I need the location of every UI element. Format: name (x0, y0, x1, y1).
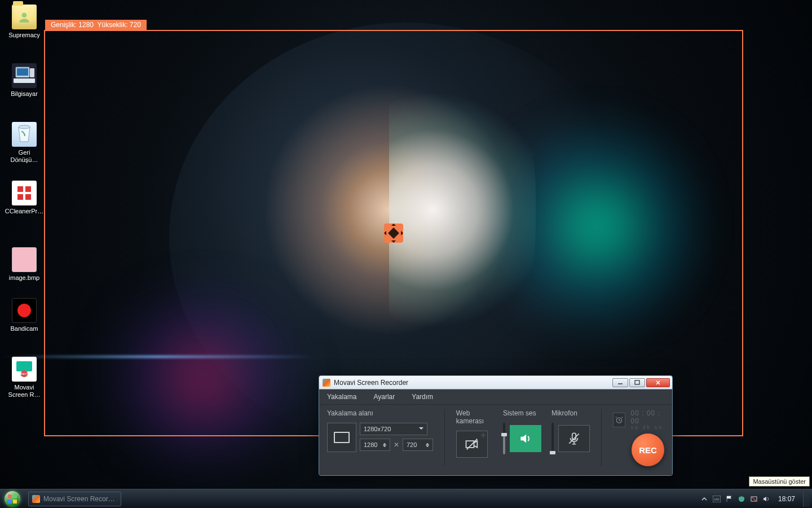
menu-settings[interactable]: Ayarlar (373, 393, 395, 401)
microphone-off-icon (567, 431, 581, 446)
minimize-button[interactable] (612, 378, 628, 387)
tray-blocked-icon[interactable] (750, 495, 758, 503)
window-body: Yakalama alanı 1280x720 1280 (319, 405, 672, 475)
windows-orb-icon (5, 491, 20, 507)
tray-show-hidden-icon[interactable] (700, 495, 708, 503)
capture-area-section: Yakalama alanı 1280x720 1280 (327, 409, 433, 452)
menu-help[interactable]: Yardım (412, 393, 433, 401)
svg-rect-4 (30, 68, 34, 77)
svg-point-5 (19, 125, 30, 129)
svg-rect-2 (17, 68, 28, 76)
microphone-slider[interactable] (551, 423, 554, 454)
system-sound-slider[interactable] (503, 423, 505, 454)
titlebar[interactable]: Movavi Screen Recorder (319, 376, 672, 389)
recycle-bin-icon (12, 122, 37, 147)
capture-area-header: Yakalama alanı (327, 409, 433, 417)
taskbar: Movavi Screen Recor… vm 18:07 (0, 489, 812, 508)
screen-icon (334, 432, 350, 443)
folder-icon (12, 5, 37, 29)
schedule-button[interactable] (613, 413, 625, 427)
system-sound-toggle-button[interactable] (510, 425, 541, 452)
desktop-icon-bandicam[interactable]: Bandicam (3, 298, 45, 350)
speaker-icon (518, 431, 533, 446)
webcam-header: Web kamerası (456, 409, 493, 425)
start-button[interactable] (0, 489, 25, 509)
system-sound-section: Sistem ses (503, 409, 541, 454)
movavi-icon: REC (12, 357, 37, 382)
width-input[interactable]: 1280 (360, 439, 390, 451)
chevron-down-icon (419, 427, 423, 432)
tray-vm-icon[interactable]: vm (713, 495, 721, 503)
tray-volume-icon[interactable] (762, 495, 770, 503)
menu-capture[interactable]: Yakalama (327, 393, 356, 401)
webcam-off-icon (464, 436, 480, 452)
close-button[interactable] (646, 378, 670, 387)
webcam-section: Web kamerası (456, 409, 493, 458)
select-area-button[interactable] (327, 423, 356, 452)
gear-icon[interactable] (480, 432, 487, 439)
desktop: Supremacy Bilgisayar Geri Dönüşü… CClean… (0, 0, 812, 508)
system-tray: vm 18:07 (696, 495, 803, 503)
microphone-header: Mikrofon (551, 409, 590, 417)
spinner-icon (383, 441, 386, 449)
tray-flag-icon[interactable] (725, 495, 733, 503)
svg-rect-3 (14, 78, 35, 83)
webcam-toggle-button[interactable] (456, 431, 488, 458)
capture-dimensions-label: Genişlik: 1280 Yükseklik: 720 (45, 20, 147, 30)
desktop-icon-image-bmp[interactable]: image.bmp (3, 239, 45, 291)
svg-text:vm: vm (714, 497, 720, 501)
record-section: 00 : 00 : 00 sa dk sn REC (613, 409, 664, 466)
desktop-icon-supremacy[interactable]: Supremacy (3, 5, 45, 56)
computer-icon (12, 63, 37, 88)
app-icon (32, 495, 40, 503)
maximize-button[interactable] (629, 378, 645, 387)
svg-text:REC: REC (21, 373, 28, 376)
bmp-file-icon (12, 247, 37, 272)
ccleaner-icon (12, 181, 37, 205)
desktop-icon-ccleaner[interactable]: CCleanerPr… (3, 181, 45, 233)
separator (444, 409, 445, 466)
app-icon (323, 379, 330, 387)
system-sound-header: Sistem ses (503, 409, 541, 417)
separator (601, 409, 602, 466)
svg-rect-11 (635, 380, 639, 384)
show-desktop-tooltip: Masaüstünü göster (749, 476, 810, 487)
movavi-window: Movavi Screen Recorder Yakalama Ayarlar … (319, 375, 673, 476)
bandicam-icon (12, 298, 37, 323)
height-input[interactable]: 720 (403, 439, 433, 451)
alarm-clock-icon (615, 415, 624, 424)
window-title: Movavi Screen Recorder (334, 379, 611, 387)
show-desktop-button[interactable] (803, 491, 810, 507)
resolution-preset-dropdown[interactable]: 1280x720 (360, 423, 427, 435)
menubar: Yakalama Ayarlar Yardım (319, 389, 672, 405)
multiply-icon: ✕ (394, 441, 399, 449)
desktop-icon-movavi[interactable]: REC Movavi Screen R… (3, 357, 45, 409)
desktop-icon-recycle-bin[interactable]: Geri Dönüşü… (3, 122, 45, 174)
record-button[interactable]: REC (632, 433, 664, 466)
tray-shield-icon[interactable] (738, 495, 745, 503)
svg-point-0 (22, 12, 27, 17)
svg-point-12 (482, 435, 484, 436)
microphone-toggle-button[interactable] (558, 425, 590, 452)
microphone-section: Mikrofon (551, 409, 590, 454)
spinner-icon (426, 441, 429, 449)
taskbar-app-movavi[interactable]: Movavi Screen Recor… (28, 492, 121, 506)
svg-rect-8 (16, 361, 32, 371)
taskbar-clock[interactable]: 18:07 (775, 495, 798, 503)
timer-display: 00 : 00 : 00 sa dk sn (631, 409, 664, 430)
desktop-icons: Supremacy Bilgisayar Geri Dönüşü… CClean… (3, 5, 48, 415)
desktop-icon-computer[interactable]: Bilgisayar (3, 63, 45, 115)
capture-move-handle[interactable] (384, 224, 403, 243)
